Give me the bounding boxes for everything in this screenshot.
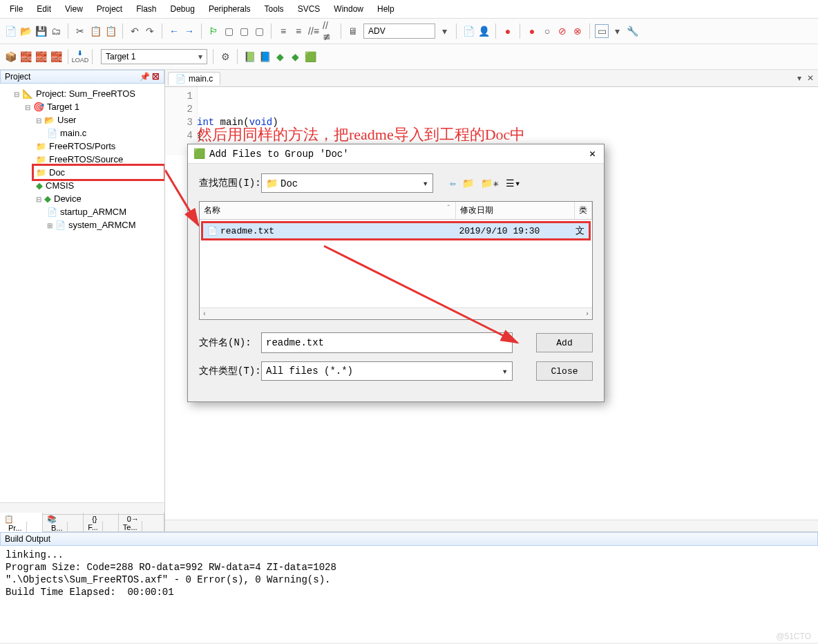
batch-build-icon[interactable]: 🧱 [50,50,62,63]
redo-icon[interactable] [144,25,156,37]
tree-folder-doc[interactable]: Doc [35,167,66,178]
nav-forward-icon[interactable] [183,25,196,37]
toolbar-icon[interactable]: ▢ [253,25,265,37]
close-button[interactable]: Close [536,361,593,381]
nav-back-icon[interactable] [168,25,180,37]
close-icon[interactable]: ☒ [152,72,160,82]
tab-close-icon[interactable]: ✕ [807,73,814,83]
breakpoint-kill-icon[interactable]: ⊘ [556,25,569,37]
menu-file[interactable]: File [3,3,30,15]
toolbar-icon[interactable]: 👤 [477,25,490,37]
build-icon[interactable]: 🧱 [19,50,32,63]
new-folder-icon[interactable]: 📁✳ [481,178,498,189]
rebuild-icon[interactable]: 🧱 [35,50,47,63]
outdent-icon[interactable]: ≡ [292,25,305,37]
bookmark-icon[interactable] [207,25,220,37]
filename-input[interactable]: readme.txt [261,332,513,353]
code-editor[interactable]: 1 2 3 4 5 int main(void) { 然后用同样的方法，把rea… [165,87,818,520]
dialog-titlebar[interactable]: 🟩Add Files to Group 'Doc' ✕ [188,144,604,164]
filetype-combo[interactable]: All files (*.*) [261,361,513,381]
lookin-combo[interactable]: Doc [261,173,433,193]
tree-collapse-icon[interactable] [12,90,21,99]
tree-file-main-c[interactable]: main.c [46,127,88,139]
tree-file-startup[interactable]: startup_ARMCM [46,206,128,218]
rte-icon[interactable] [289,50,301,63]
add-button[interactable]: Add [536,333,593,352]
menu-edit[interactable]: Edit [30,3,58,15]
target-select[interactable]: Target 1 [101,49,207,64]
menu-debug[interactable]: Debug [164,3,202,15]
tree-file-system[interactable]: system_ARMCM [54,219,137,231]
manage-icon[interactable]: 📘 [258,50,271,63]
find-box[interactable]: ADV [363,23,435,39]
window-icon[interactable]: ▭ [596,25,608,37]
menu-view[interactable]: View [58,3,90,15]
pack-icon[interactable] [274,50,286,63]
translate-icon[interactable]: 📦 [4,50,17,63]
breakpoint-toggle-icon[interactable]: ⊗ [571,25,584,37]
copy-icon[interactable] [89,25,102,37]
menu-help[interactable]: Help [370,3,401,15]
monitor-icon[interactable]: 🖥 [347,25,359,37]
tree-folder-freertos-source[interactable]: FreeRTOS/Source [35,153,124,165]
options-icon[interactable] [219,50,231,63]
tree-collapse-icon[interactable] [35,116,43,125]
file-row-readme[interactable]: readme.txt 2019/9/10 19:30 文 [203,223,589,238]
menu-project[interactable]: Project [90,3,129,15]
tree-cmsis[interactable]: ◆ CMSIS [35,180,75,191]
tree-folder-user[interactable]: User [43,114,77,126]
menu-svcs[interactable]: SVCS [291,3,327,15]
open-icon[interactable] [19,25,32,37]
debug-icon[interactable] [502,25,514,37]
tab-dropdown-icon[interactable]: ▾ [797,73,801,83]
tab-project[interactable]: 📋 Pr... [0,513,43,534]
save-icon[interactable] [35,25,47,37]
dropdown-icon[interactable]: ▾ [611,25,623,37]
tree-collapse-icon[interactable] [35,195,43,204]
paste-icon[interactable] [104,25,117,37]
undo-icon[interactable] [129,25,141,37]
col-type-header[interactable]: 类 [575,202,592,219]
toolbar-icon[interactable]: ▢ [238,25,250,37]
dialog-close-icon[interactable]: ✕ [587,147,598,160]
back-icon[interactable]: ⇦ [450,178,455,189]
view-menu-icon[interactable]: ☰▾ [506,178,520,189]
tree-expand-icon[interactable] [46,221,54,230]
project-tree[interactable]: 📐 Project: Sum_FreeRTOS 🎯 Target 1 User … [0,84,164,502]
breakpoint-icon[interactable] [526,25,538,37]
menu-peripherals[interactable]: Peripherals [202,3,258,15]
new-icon[interactable] [4,25,17,37]
tree-device[interactable]: ◆ Device [43,193,83,205]
tab-templates[interactable]: 0→ Te... [119,513,164,533]
editor-tab-main-c[interactable]: main.c [168,72,220,85]
tab-functions[interactable]: {} F... [84,513,119,533]
tree-target[interactable]: 🎯 Target 1 [32,101,81,113]
menu-tools[interactable]: Tools [258,3,291,15]
file-list[interactable]: 名称 ˆ 修改日期 类 readme.txt 2019/9/10 19:30 文… [199,201,593,320]
tree-folder-freertos-ports[interactable]: FreeRTOS/Ports [35,140,117,152]
comment-icon[interactable]: //≡ [307,25,320,37]
uncomment-icon[interactable]: //≢ [323,25,335,37]
tree-collapse-icon[interactable] [23,103,32,112]
pin-icon[interactable]: 📌 [140,72,148,80]
saveall-icon[interactable] [50,25,62,37]
config-icon[interactable] [626,25,638,37]
menu-window[interactable]: Window [327,3,370,15]
manage-icon[interactable]: 📗 [243,50,256,63]
dropdown-icon[interactable]: ▾ [438,25,450,37]
breakpoint-disable-icon[interactable] [541,25,553,37]
scrollbar[interactable]: ‹› [200,307,592,319]
indent-icon[interactable]: ≡ [277,25,289,37]
toolbar-icon[interactable]: ▢ [222,25,235,37]
build-output-text[interactable]: linking... Program Size: Code=288 RO-dat… [0,546,818,643]
cut-icon[interactable] [74,25,86,37]
toolbar-icon[interactable]: 📄 [462,25,475,37]
scrollbar[interactable] [165,520,818,531]
tree-project-root[interactable]: 📐 Project: Sum_FreeRTOS [21,88,137,100]
menu-flash[interactable]: Flash [129,3,163,15]
up-icon[interactable]: 📁 [462,178,474,189]
col-name-header[interactable]: 名称 ˆ [200,202,456,219]
tool-icon[interactable]: 🟩 [304,50,316,63]
download-icon[interactable]: LOAD [74,50,86,63]
tab-books[interactable]: 📚 B... [43,513,84,534]
